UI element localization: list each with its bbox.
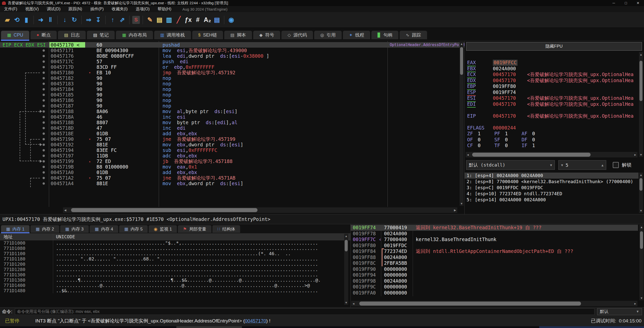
arguments-vertical-scrollbar[interactable]: ▲ ▼ — [639, 173, 643, 213]
breakpoint-dot[interactable] — [43, 160, 45, 162]
unlock-checkbox[interactable] — [613, 162, 619, 168]
breakpoint-dot[interactable] — [43, 105, 45, 107]
breakpoint-dot[interactable] — [43, 177, 45, 179]
breakpoint-dot[interactable] — [43, 182, 45, 185]
register-row[interactable]: EAX0019FFCC — [465, 60, 638, 66]
stack-vertical-scrollbar[interactable]: ▲ ▼ — [639, 225, 643, 300]
stack-row[interactable]: 0019FF9000000000 — [351, 266, 638, 272]
record-trace-icon[interactable]: S — [132, 16, 140, 24]
scroll-down-button[interactable]: ▼ — [639, 208, 643, 213]
disasm-horizontal-scrollbar[interactable]: ◀ ▶ — [63, 207, 457, 213]
stack-argument-row[interactable]: 3: [esp+C] 0019FFDC 0019FFDC — [465, 185, 638, 191]
scroll-thumb[interactable] — [639, 61, 642, 101]
tab-cpu[interactable]: ▦CPU — [1, 31, 29, 39]
hide-fpu-button[interactable]: 隐藏FPU — [466, 42, 642, 51]
disasm-row[interactable]: 0045719711DBadc ebx,ebx — [0, 153, 464, 158]
flag-value[interactable]: 0 — [505, 143, 508, 149]
memory-row[interactable]: 771D1480..$&............................… — [0, 288, 344, 293]
scroll-thumb[interactable] — [460, 47, 463, 75]
register-row[interactable]: ESI00457170<吾爱破解论坛学习脱壳实例_upx.OptionalHea — [465, 95, 638, 101]
flag-name[interactable]: ZF — [467, 131, 473, 137]
flag-name[interactable]: TF — [494, 143, 500, 149]
menu-item[interactable]: 调试(D) — [43, 7, 65, 11]
functions-icon[interactable]: ƒx — [184, 15, 192, 24]
disasm-row[interactable]: 004571A275 07▾jne 吾爱破解论坛学习.4571AB — [0, 175, 464, 181]
breakpoint-dot[interactable] — [43, 121, 45, 124]
menu-item[interactable]: 帮助(H) — [154, 7, 175, 11]
tab-watch-1[interactable]: ◉监视 1 — [149, 225, 177, 233]
tab-source[interactable]: ◇源代码 — [281, 31, 313, 39]
breakpoint-dot[interactable] — [43, 116, 45, 118]
memory-row[interactable]: 771D1280................................… — [0, 267, 344, 272]
command-profile-select[interactable]: 默认 ▼ — [597, 308, 642, 315]
disasm-row[interactable]: 0045718A46inc esi — [0, 114, 464, 120]
tab-dump-4[interactable]: ▦内存 4 — [90, 225, 118, 233]
disasm-row[interactable]: 0045718590nop — [0, 92, 464, 97]
pause-icon[interactable]: ‖ — [46, 15, 55, 24]
disasm-row[interactable]: 0045718690nop — [0, 97, 464, 103]
stack-row[interactable]: 0019FF880024A000 — [351, 254, 638, 260]
tab-threads[interactable]: ✦线程 — [343, 31, 370, 39]
stack-row[interactable]: 0019FF7477000419返回到 kernel32.BaseThreadI… — [351, 225, 638, 231]
tab-script[interactable]: ▤脚本 — [224, 31, 252, 39]
menu-item[interactable]: 收藏夹(I) — [108, 7, 132, 11]
disasm-row[interactable]: 004571A001DBadd ebx,ebx — [0, 170, 464, 175]
register-name[interactable]: EFLAGS — [467, 125, 485, 131]
stack-horizontal-scrollbar[interactable]: ◀ ▶ — [351, 301, 637, 306]
tab-call-stack[interactable]: ▥调用堆栈 — [154, 31, 191, 39]
stack-row[interactable]: 0019FF9C00000000 — [351, 284, 638, 290]
step-over-icon[interactable]: ↻ — [70, 15, 79, 24]
memory-vertical-scrollbar[interactable]: ▲ ▼ — [344, 234, 348, 305]
disasm-row[interactable]: 0045719972 ED▴jb 吾爱破解论坛学习.457188 — [0, 158, 464, 164]
disasm-row[interactable]: 004571768DBE 0080FCFFlea edi,dword ptr d… — [0, 53, 464, 59]
stack-row[interactable]: 0019FF9400000000 — [351, 272, 638, 278]
flag-value[interactable]: 0 — [532, 137, 535, 143]
memory-row[interactable]: 771D1300................................… — [0, 272, 344, 277]
scroll-up-button[interactable]: ▲ — [459, 42, 464, 46]
patch-icon[interactable]: ╱ — [174, 15, 183, 24]
stack-row[interactable]: 0019FF8C2FBFA5BB — [351, 260, 638, 266]
scroll-thumb[interactable] — [71, 208, 257, 212]
comment-icon[interactable]: ▤ — [155, 15, 164, 24]
disasm-row[interactable]: 0045717D83CD FFor ebp,0xFFFFFFFF — [0, 64, 464, 70]
tab-dump-1[interactable]: ▦内存 1 — [1, 225, 29, 233]
disasm-row[interactable]: 004571888A06mov al,byte ptr ds:[esi] — [0, 109, 464, 114]
disasm-row[interactable]: 004571A48B1Emov ebx,dword ptr ds:[esi] — [0, 181, 464, 186]
scroll-up-button[interactable]: ▲ — [344, 234, 348, 238]
flag-value[interactable]: 1 — [478, 131, 480, 137]
stack-row[interactable]: 0019FFA000000000 — [351, 290, 638, 296]
spinner-up-icon[interactable]: ▲ — [601, 163, 603, 167]
memory-map-icon[interactable]: ▥ — [165, 15, 173, 24]
memory-row[interactable]: 771D1000................................… — [0, 240, 344, 246]
close-button[interactable]: ✕ — [632, 0, 644, 6]
flag-name[interactable]: SF — [494, 137, 500, 143]
step-out-icon[interactable]: ↑ — [108, 15, 117, 24]
stack-argument-row[interactable]: 1: [esp+4] 0024A000 0024A000 — [465, 173, 638, 179]
scroll-right-button[interactable]: ▶ — [633, 152, 637, 157]
register-name[interactable]: EBP — [467, 83, 476, 90]
breakpoint-dot[interactable] — [43, 171, 45, 174]
registers-vertical-scrollbar[interactable]: ▲ ▼ — [639, 52, 643, 157]
tab-breakpoints[interactable]: ●断点 — [30, 31, 57, 39]
breakpoint-dot[interactable] — [43, 110, 45, 113]
settings-globe-icon[interactable]: ◉ — [227, 15, 236, 24]
breakpoint-dot[interactable] — [43, 133, 45, 135]
register-name[interactable]: EDI — [467, 101, 476, 108]
scroll-down-button[interactable]: ▼ — [459, 201, 464, 206]
flag-name[interactable]: IF — [522, 143, 527, 149]
register-row[interactable]: EFLAGS00000244 — [465, 125, 638, 131]
register-name[interactable]: ESI — [467, 95, 476, 102]
scroll-thumb[interactable] — [639, 178, 642, 191]
disasm-vertical-scrollbar[interactable]: ▲ ▼ — [460, 42, 464, 206]
open-file-icon[interactable]: ▰ — [3, 15, 12, 24]
calculator-icon[interactable]: # — [194, 15, 202, 24]
breakpoint-dot[interactable] — [43, 66, 45, 68]
scroll-up-button[interactable]: ▲ — [639, 173, 643, 177]
tab-seh-chain[interactable]: §SEH链 — [192, 31, 223, 39]
flag-value[interactable]: 0 — [478, 143, 480, 149]
breakpoint-dot[interactable] — [43, 155, 45, 157]
register-name[interactable]: EIP — [467, 113, 476, 119]
flag-name[interactable]: CF — [467, 143, 473, 149]
scroll-left-button[interactable]: ◀ — [466, 152, 470, 157]
register-value[interactable]: 00457170 — [493, 72, 516, 78]
